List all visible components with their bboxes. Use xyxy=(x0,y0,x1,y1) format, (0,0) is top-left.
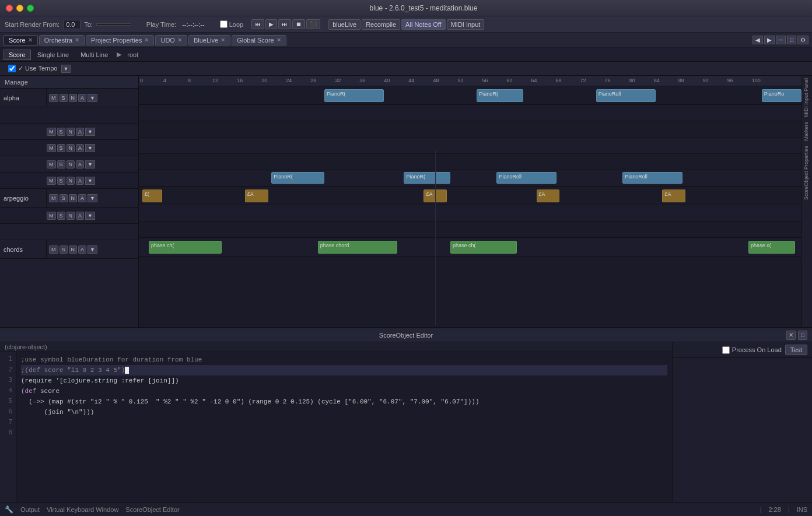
markers-label[interactable]: Markers xyxy=(802,120,812,143)
chords-block-2[interactable]: phase chord xyxy=(318,241,397,254)
tab-bluelive-close[interactable]: ✕ xyxy=(220,37,225,43)
close-button[interactable] xyxy=(6,5,13,12)
alpha2-a-btn[interactable]: A xyxy=(76,128,84,136)
chords-block-1[interactable]: phase ch( xyxy=(149,241,222,254)
chords-a-btn[interactable]: A xyxy=(78,245,86,254)
arp-block-2[interactable]: £A xyxy=(245,189,268,202)
alpha5-a-btn[interactable]: A xyxy=(76,177,84,185)
arp-block-4[interactable]: £A xyxy=(537,189,560,202)
arp-n-btn[interactable]: N xyxy=(69,194,78,202)
alpha5-s-btn[interactable]: S xyxy=(57,177,65,185)
alpha-a-btn[interactable]: A xyxy=(78,94,86,102)
loop-checkbox[interactable] xyxy=(220,20,228,28)
all-notes-off-button[interactable]: All Notes Off xyxy=(401,19,446,30)
arp-s-btn[interactable]: S xyxy=(60,194,68,202)
alpha-s-btn[interactable]: S xyxy=(60,94,68,102)
process-on-load-label[interactable]: Process On Load xyxy=(722,346,782,354)
piano-roll-alpha-1b[interactable]: PianoR( xyxy=(477,89,523,102)
alpha4-n-btn[interactable]: N xyxy=(66,160,75,169)
chords-m-btn[interactable]: M xyxy=(49,245,58,254)
recompile-button[interactable]: Recompile xyxy=(362,19,400,30)
tab-udo[interactable]: UDO ✕ xyxy=(155,35,187,45)
piano-roll-alpha-6a[interactable]: PianoR( xyxy=(271,172,324,184)
alpha2-s-btn[interactable]: S xyxy=(57,128,65,136)
alpha3-s-btn[interactable]: S xyxy=(57,144,65,152)
alpha-m-btn[interactable]: M xyxy=(49,94,58,102)
tabs-settings[interactable]: ⚙ xyxy=(797,36,808,44)
rewind-button[interactable]: ⏮ xyxy=(251,19,264,29)
arp-m-btn[interactable]: M xyxy=(49,194,58,202)
alpha-dropdown[interactable]: ▼ xyxy=(88,94,97,102)
play-button[interactable]: ▶ xyxy=(265,19,277,29)
stop-button[interactable]: ⏹ xyxy=(292,19,305,29)
tabs-minimize[interactable]: ─ xyxy=(776,36,786,44)
fast-forward-button[interactable]: ⏭ xyxy=(278,19,291,29)
tab-project-close[interactable]: ✕ xyxy=(144,37,149,43)
piano-roll-alpha-6c[interactable]: PianoRoll xyxy=(496,172,556,184)
arp2-a-btn[interactable]: A xyxy=(76,212,84,220)
chords-block-3[interactable]: phase ch( xyxy=(450,241,517,254)
alpha5-dropdown[interactable]: ▼ xyxy=(85,177,95,185)
tab-orchestra-close[interactable]: ✕ xyxy=(75,37,79,43)
chords-s-btn[interactable]: S xyxy=(60,245,68,254)
arp2-dropdown[interactable]: ▼ xyxy=(85,212,95,220)
alpha4-a-btn[interactable]: A xyxy=(76,160,84,169)
sv-tab-multi-line[interactable]: Multi Line xyxy=(75,50,113,60)
minimize-button[interactable] xyxy=(16,5,23,12)
piano-roll-alpha-1a[interactable]: PianoR( xyxy=(324,89,384,102)
process-on-load-checkbox[interactable] xyxy=(722,346,730,354)
tab-bluelive[interactable]: BlueLive ✕ xyxy=(188,35,230,45)
soe-expand-icon[interactable]: □ xyxy=(798,331,807,340)
output-label[interactable]: Output xyxy=(20,506,40,513)
piano-roll-alpha-6d[interactable]: PianoRoll xyxy=(622,172,682,184)
alpha4-dropdown[interactable]: ▼ xyxy=(85,160,95,169)
tabs-maximize[interactable]: □ xyxy=(787,36,796,44)
arp-dropdown[interactable]: ▼ xyxy=(88,194,97,202)
tempo-dropdown[interactable]: ▼ xyxy=(61,65,71,73)
soe-close-icon[interactable]: ✕ xyxy=(786,331,796,340)
arp2-n-btn[interactable]: N xyxy=(66,212,75,220)
tab-score[interactable]: Score ✕ xyxy=(4,35,38,45)
piano-roll-alpha-1d[interactable]: PianoRo xyxy=(762,89,802,102)
alpha5-m-btn[interactable]: M xyxy=(47,177,56,185)
chords-dropdown[interactable]: ▼ xyxy=(88,245,97,254)
bluelive-button[interactable]: blueLive xyxy=(328,19,360,30)
tab-global-score-close[interactable]: ✕ xyxy=(276,37,281,43)
chords-n-btn[interactable]: N xyxy=(69,245,78,254)
tab-udo-close[interactable]: ✕ xyxy=(177,37,182,43)
alpha5-n-btn[interactable]: N xyxy=(66,177,75,185)
tabs-scroll-left[interactable]: ◀ xyxy=(752,36,763,44)
chords-block-4[interactable]: phase c( xyxy=(748,241,795,254)
start-render-value[interactable]: 0.0 xyxy=(63,20,80,29)
arp-block-3[interactable]: £A xyxy=(424,189,447,202)
alpha4-s-btn[interactable]: S xyxy=(57,160,65,169)
alpha2-dropdown[interactable]: ▼ xyxy=(85,128,95,136)
alpha-n-btn[interactable]: N xyxy=(69,94,78,102)
tabs-scroll-right[interactable]: ▶ xyxy=(764,36,775,44)
alpha3-dropdown[interactable]: ▼ xyxy=(85,144,95,152)
to-value[interactable] xyxy=(96,23,131,26)
tab-orchestra[interactable]: Orchestra ✕ xyxy=(39,35,85,45)
score-object-editor-label[interactable]: ScoreObject Editor xyxy=(125,506,179,513)
alpha3-n-btn[interactable]: N xyxy=(66,144,75,152)
tab-score-close[interactable]: ✕ xyxy=(28,37,33,43)
maximize-button[interactable] xyxy=(27,5,34,12)
alpha4-m-btn[interactable]: M xyxy=(47,160,56,169)
use-tempo-checkbox[interactable] xyxy=(8,65,16,72)
tab-project-properties[interactable]: Project Properties ✕ xyxy=(86,35,154,45)
piano-roll-alpha-6b[interactable]: PianoR( xyxy=(404,172,450,184)
test-button[interactable]: Test xyxy=(785,345,807,355)
loop-checkbox-label[interactable]: Loop xyxy=(220,20,243,28)
arp-block-1[interactable]: £( xyxy=(142,189,162,202)
arp2-m-btn[interactable]: M xyxy=(47,212,56,220)
sv-tab-single-line[interactable]: Single Line xyxy=(32,50,74,60)
alpha2-n-btn[interactable]: N xyxy=(66,128,75,136)
alpha2-m-btn[interactable]: M xyxy=(47,128,56,136)
arp2-s-btn[interactable]: S xyxy=(57,212,65,220)
piano-roll-alpha-1c[interactable]: PianoRoll xyxy=(596,89,656,102)
midi-input-button[interactable]: MIDI Input xyxy=(447,19,485,30)
alpha3-m-btn[interactable]: M xyxy=(47,144,56,152)
alpha3-a-btn[interactable]: A xyxy=(76,144,84,152)
tab-global-score[interactable]: Global Score ✕ xyxy=(232,35,286,45)
score-object-properties-label[interactable]: ScoreObject Properties xyxy=(802,143,812,202)
